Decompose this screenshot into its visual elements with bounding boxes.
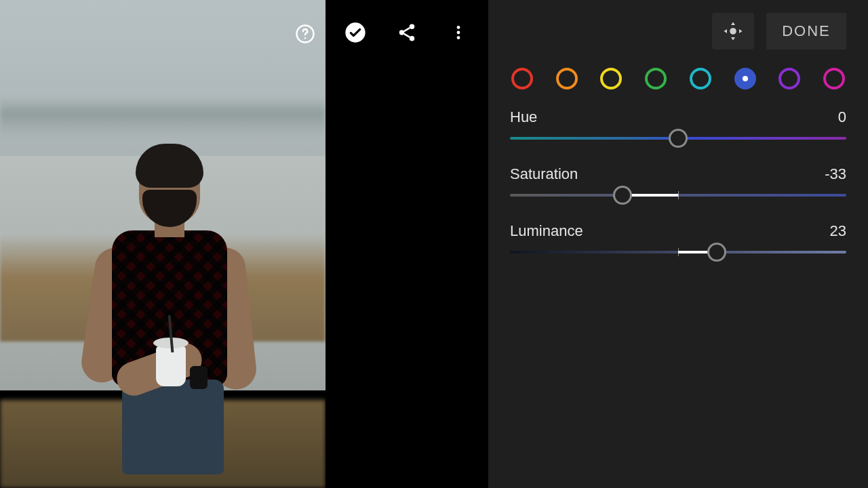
share-button[interactable] [392, 18, 422, 47]
preview-pane[interactable] [0, 0, 326, 488]
action-bar [326, 0, 488, 488]
saturation-value: -33 [825, 165, 846, 183]
luminance-slider-track[interactable] [510, 251, 846, 253]
edit-panel: DONE Hue 0 Saturation -33 [488, 0, 868, 488]
color-swatch-green[interactable] [645, 68, 667, 89]
saturation-slider-track[interactable] [510, 194, 846, 197]
svg-point-1 [304, 37, 307, 39]
confirm-button[interactable] [340, 18, 370, 47]
color-swatch-red[interactable] [511, 68, 533, 89]
hue-slider-block: Hue 0 [510, 108, 846, 140]
more-vert-icon [450, 24, 467, 41]
done-button-label: DONE [782, 22, 831, 40]
color-swatch-purple[interactable] [778, 68, 800, 89]
share-icon [397, 22, 417, 43]
svg-point-9 [730, 28, 736, 35]
saturation-slider-thumb[interactable] [613, 186, 632, 205]
svg-point-7 [457, 31, 460, 35]
luminance-slider-thumb[interactable] [707, 243, 726, 262]
photo-preview[interactable] [0, 0, 326, 488]
done-button[interactable]: DONE [766, 13, 846, 49]
luminance-label: Luminance [510, 222, 583, 240]
color-swatch-yellow[interactable] [600, 68, 622, 89]
help-icon [295, 24, 315, 44]
luminance-slider-block: Luminance 23 [510, 222, 846, 253]
hue-value: 0 [838, 108, 846, 126]
color-swatch-orange[interactable] [556, 68, 578, 89]
overflow-menu-button[interactable] [443, 18, 473, 47]
saturation-slider-block: Saturation -33 [510, 165, 846, 197]
hue-label: Hue [510, 108, 537, 126]
luminance-value: 23 [830, 222, 846, 240]
hue-slider-track[interactable] [510, 137, 846, 140]
pan-move-icon [721, 19, 745, 43]
svg-point-8 [457, 36, 460, 39]
saturation-label: Saturation [510, 165, 578, 183]
svg-point-6 [457, 26, 460, 29]
color-swatch-aqua[interactable] [690, 68, 711, 89]
app-root: DONE Hue 0 Saturation -33 [0, 0, 868, 488]
svg-point-3 [410, 24, 415, 30]
svg-point-5 [410, 36, 415, 41]
svg-point-4 [399, 30, 405, 35]
help-button[interactable] [290, 19, 320, 49]
pan-button[interactable] [712, 13, 754, 49]
photo-subject [75, 149, 251, 468]
color-swatch-magenta[interactable] [823, 68, 845, 89]
color-swatch-blue[interactable] [734, 68, 756, 89]
check-circle-icon [344, 22, 366, 43]
color-selector-row [510, 62, 846, 108]
hue-slider-thumb[interactable] [669, 129, 688, 148]
